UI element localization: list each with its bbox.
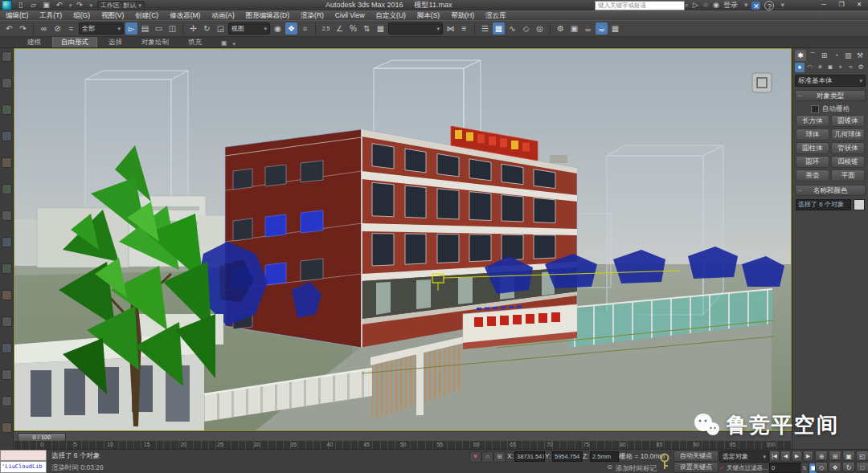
- communication-center-icon[interactable]: ▷: [693, 0, 698, 10]
- sign-in-label[interactable]: 登录: [723, 0, 738, 10]
- ribbon-caret-icon[interactable]: ▾: [233, 41, 236, 47]
- menu-rendering[interactable]: 渲染(R): [295, 10, 330, 20]
- menu-tools[interactable]: 工具(T): [34, 10, 68, 20]
- left-toolbar-button[interactable]: [2, 369, 12, 380]
- workspace-selector[interactable]: 工作区: 默认 ▾: [97, 1, 145, 10]
- select-object-icon[interactable]: ▻: [125, 22, 137, 35]
- menu-animation[interactable]: 动画(A): [206, 10, 240, 20]
- zoom-icon[interactable]: ⊕: [815, 451, 828, 461]
- percent-snap-icon[interactable]: %: [347, 22, 359, 35]
- redo-caret-icon[interactable]: ▾: [90, 2, 93, 9]
- layer-manager-icon[interactable]: ☰: [479, 22, 491, 35]
- box-button[interactable]: 长方体: [796, 115, 829, 127]
- y-coord-field[interactable]: 5954.754: [552, 451, 583, 462]
- left-toolbar-button[interactable]: [2, 263, 12, 274]
- menu-modifiers[interactable]: 修改器(M): [164, 10, 206, 20]
- save-file-icon[interactable]: ▣: [41, 1, 51, 10]
- edit-named-selection-sets-icon[interactable]: ▦: [375, 22, 387, 35]
- select-and-move-icon[interactable]: ✢: [187, 22, 199, 35]
- menu-graph-editors[interactable]: 图形编辑器(D): [240, 10, 295, 20]
- curve-editor-icon[interactable]: ∿: [506, 22, 518, 35]
- viewport-3d-scene[interactable]: [14, 49, 791, 430]
- left-toolbar-button[interactable]: [2, 131, 12, 141]
- tube-button[interactable]: 管状体: [831, 142, 865, 154]
- maxscript-listener-input[interactable]: 'LiuCloudLib i:: [0, 461, 47, 473]
- selection-filter-dropdown[interactable]: 全部 ▾: [79, 22, 124, 35]
- menu-create[interactable]: 创建(C): [129, 10, 164, 20]
- orbit-icon[interactable]: ↻: [842, 462, 855, 472]
- torus-button[interactable]: 圆环: [796, 156, 829, 168]
- select-and-manipulate-icon[interactable]: ❖: [285, 22, 297, 35]
- menu-scripting[interactable]: 脚本(S): [411, 10, 445, 20]
- undo-caret-icon[interactable]: ▾: [69, 2, 72, 9]
- fov-icon[interactable]: ◇: [815, 462, 828, 472]
- hierarchy-tab-icon[interactable]: ⊞: [819, 50, 830, 61]
- teapot-button[interactable]: 茶壶: [796, 169, 829, 181]
- object-type-rollout[interactable]: 对象类型: [795, 90, 866, 101]
- left-toolbar-button[interactable]: [2, 316, 12, 327]
- left-toolbar-button[interactable]: [2, 422, 12, 433]
- menu-group[interactable]: 组(G): [68, 10, 96, 20]
- absolute-mode-icon[interactable]: ⊞: [493, 451, 506, 463]
- cameras-category-icon[interactable]: ◙: [825, 63, 835, 72]
- zoom-extents-icon[interactable]: ▣: [842, 451, 855, 461]
- search-input[interactable]: 键入关键字或短语: [595, 1, 685, 10]
- cone-button[interactable]: 圆锥体: [831, 115, 865, 127]
- menu-views[interactable]: 视图(V): [96, 10, 129, 20]
- menu-edit[interactable]: 编辑(E): [0, 10, 34, 20]
- keyboard-shortcut-override-icon[interactable]: ⌗: [299, 22, 311, 35]
- ribbon-tab-modeling[interactable]: 建模: [19, 37, 49, 47]
- set-key-icon[interactable]: [659, 453, 670, 471]
- maxscript-listener-macro-line[interactable]: [0, 450, 47, 461]
- left-toolbar-button[interactable]: [2, 396, 12, 406]
- mirror-icon[interactable]: ⋈: [444, 22, 457, 35]
- named-selection-dropdown[interactable]: ▾: [388, 22, 443, 35]
- left-toolbar-button[interactable]: [2, 184, 12, 194]
- search-icon[interactable]: ⌕: [685, 0, 689, 10]
- left-toolbar-button[interactable]: [2, 78, 12, 88]
- key-filters-button[interactable]: 关键点过滤器...: [727, 464, 768, 472]
- render-production-icon[interactable]: ☕: [582, 22, 594, 35]
- next-frame-icon[interactable]: ▶: [803, 451, 813, 462]
- window-crossing-icon[interactable]: ◫: [166, 22, 178, 35]
- sign-in-caret-icon[interactable]: ▾: [744, 0, 748, 10]
- z-coord-field[interactable]: 2.5mm: [590, 451, 619, 462]
- material-editor-icon[interactable]: ◎: [534, 22, 546, 35]
- object-name-field[interactable]: 选择了 6 个对象: [796, 199, 851, 210]
- bind-to-space-warp-icon[interactable]: ≈: [65, 22, 77, 35]
- render-setup-icon[interactable]: ⚙: [555, 22, 567, 35]
- snaps-toggle-icon[interactable]: 2.5: [320, 22, 332, 35]
- maximize-button[interactable]: ❐: [833, 0, 850, 10]
- left-toolbar-button[interactable]: [2, 237, 12, 247]
- cylinder-button[interactable]: 圆柱体: [796, 142, 829, 154]
- ribbon-tab-selection[interactable]: 选择: [100, 37, 130, 47]
- plane-button[interactable]: 平面: [831, 169, 865, 181]
- undo-icon[interactable]: ↶: [54, 1, 64, 10]
- space-warps-category-icon[interactable]: ≈: [846, 63, 856, 72]
- previous-frame-icon[interactable]: ◀: [780, 451, 791, 462]
- align-icon[interactable]: ≡: [458, 22, 470, 35]
- render-iterative-icon[interactable]: ☕: [596, 22, 608, 35]
- favorites-icon[interactable]: ☆: [702, 0, 709, 10]
- exchange-icon[interactable]: ✕: [751, 2, 760, 10]
- ribbon-tab-object-paint[interactable]: 对象绘制: [133, 37, 177, 47]
- shapes-category-icon[interactable]: ◠: [805, 63, 815, 72]
- add-time-tag[interactable]: 添加时间标记: [616, 464, 657, 473]
- ribbon-tab-freeform[interactable]: 自由形式: [52, 36, 97, 47]
- redo-icon[interactable]: ↷: [17, 22, 29, 35]
- object-color-swatch[interactable]: [854, 199, 865, 210]
- create-tab-icon[interactable]: ✱: [795, 50, 806, 61]
- select-by-name-icon[interactable]: ▤: [139, 22, 151, 35]
- utilities-tab-icon[interactable]: ⚒: [854, 50, 866, 61]
- menu-render-cloud[interactable]: 渲云库: [480, 10, 512, 20]
- menu-civil-view[interactable]: Civil View: [330, 10, 371, 20]
- maximize-viewport-icon[interactable]: □: [856, 462, 868, 472]
- current-frame-field[interactable]: 0: [769, 463, 801, 473]
- display-tab-icon[interactable]: ▥: [842, 50, 854, 61]
- minimize-button[interactable]: ─: [815, 0, 833, 10]
- modify-tab-icon[interactable]: ⌒: [807, 50, 818, 61]
- time-tag-icon[interactable]: ⊙: [604, 463, 615, 472]
- new-file-icon[interactable]: ▯: [15, 1, 26, 10]
- autogrid-checkbox[interactable]: [811, 105, 819, 113]
- select-and-scale-icon[interactable]: ◲: [215, 22, 227, 35]
